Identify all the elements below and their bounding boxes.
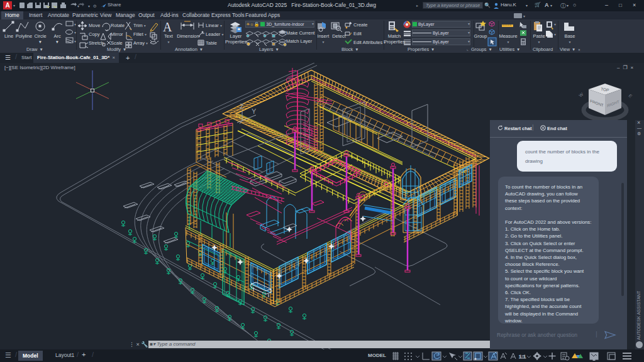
svg-text:1:1: 1:1 xyxy=(519,354,526,359)
svg-text:Z: Z xyxy=(240,102,244,110)
svg-text:▾: ▾ xyxy=(88,4,90,8)
svg-text:▾: ▾ xyxy=(77,4,79,8)
svg-text:A: A xyxy=(163,20,172,34)
svg-text:⊖: ⊖ xyxy=(93,4,97,8)
svg-text:Y: Y xyxy=(252,107,257,115)
